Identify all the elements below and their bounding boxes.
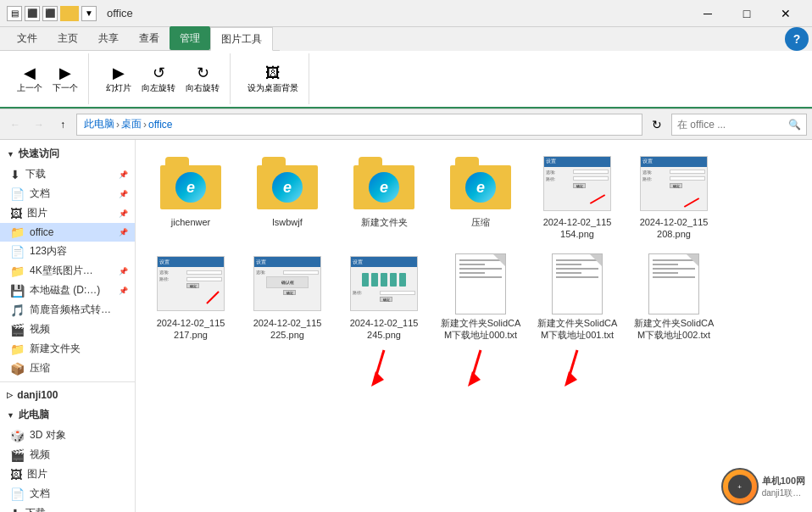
file-item-png-e[interactable]: 设置 路径: 确定 bbox=[337, 249, 431, 347]
sidebar-item-documents[interactable]: 📄 文档 bbox=[0, 484, 135, 504]
file-item-txt-002[interactable]: 新建文件夹SolidCAM下载地址002.txt bbox=[627, 249, 720, 347]
file-name-txt-000: 新建文件夹SolidCAM下载地址000.txt bbox=[439, 317, 522, 342]
path-desktop[interactable]: 桌面 bbox=[121, 117, 142, 131]
txt-icon-000 bbox=[455, 253, 506, 314]
red-arrow-001 bbox=[464, 346, 498, 388]
txt-icon-002 bbox=[648, 253, 699, 314]
sidebar-item-newfolder[interactable]: 📁 新建文件夹 bbox=[0, 339, 135, 359]
thispc-label: 此电脑 bbox=[19, 408, 49, 422]
file-item-lswbwjf[interactable]: e lswbwjf bbox=[241, 148, 334, 246]
txt-thumb-000 bbox=[447, 254, 514, 314]
pin-icon5: 📌 bbox=[119, 267, 128, 275]
file-item-png-c[interactable]: 设置 选项: 路径: 确定 2024-12-02_115217.png bbox=[144, 249, 237, 347]
tab-management[interactable]: 管理 bbox=[170, 26, 210, 50]
sidebar-item-docs[interactable]: 📄 文档 📌 bbox=[0, 184, 135, 203]
path-pc[interactable]: 此电脑 bbox=[84, 117, 114, 131]
this-pc-header[interactable]: ▼ 此电脑 bbox=[0, 404, 135, 426]
sidebar-item-audio[interactable]: 🎵 简鹿音频格式转… bbox=[0, 300, 135, 320]
path-office[interactable]: office bbox=[148, 119, 172, 131]
tab-file[interactable]: 文件 bbox=[7, 26, 47, 50]
png-thumb-e: 设置 路径: 确定 bbox=[350, 254, 418, 314]
sidebar-item-pics[interactable]: 🖼 图片 bbox=[0, 465, 135, 484]
file-item-jichenwer[interactable]: e jichenwer bbox=[144, 148, 237, 246]
sidebar-item-3d[interactable]: 🎲 3D 对象 bbox=[0, 426, 135, 445]
file-name-txt-002: 新建文件夹SolidCAM下载地址002.txt bbox=[632, 317, 715, 342]
ribbon-content: ◀上一个 ▶下一个 ▶幻灯片 ↺向左旋转 ↻向右旋转 🖼设为桌面背景 bbox=[0, 51, 812, 109]
dropdown-icon[interactable]: ▼ bbox=[81, 6, 97, 21]
sidebar-item-pictures[interactable]: 🖼 图片 📌 bbox=[0, 203, 135, 223]
sidebar-item-compress[interactable]: 📦 压缩 bbox=[0, 359, 135, 378]
file-item-png-a[interactable]: 设置 选项: 路径: 确定 2024-12-02_115154.png bbox=[531, 148, 624, 246]
danji100-header[interactable]: ▷ danji100 bbox=[0, 386, 135, 404]
folder-icon-jichenwer: e bbox=[160, 157, 221, 209]
tab-share[interactable]: 共享 bbox=[88, 26, 129, 50]
watermark-plus: + bbox=[737, 483, 742, 491]
file-item-compress[interactable]: e 压缩 bbox=[434, 148, 527, 246]
search-icon: 🔍 bbox=[788, 119, 801, 131]
sidebar-label-3d: 3D 对象 bbox=[30, 428, 66, 442]
documents-icon: 📄 bbox=[10, 487, 25, 501]
pin-icon: 📌 bbox=[119, 170, 128, 179]
svg-marker-3 bbox=[468, 371, 481, 387]
arrow-001 bbox=[434, 346, 527, 388]
pics-icon: 🖼 bbox=[10, 468, 22, 481]
pin-icon6: 📌 bbox=[119, 287, 128, 295]
ribbon-btn-rotate-right[interactable]: ↻向右旋转 bbox=[182, 62, 223, 96]
address-bar: ← → ↑ 此电脑 › 桌面 › office ↻ 🔍 bbox=[0, 109, 812, 140]
tab-picture-tools[interactable]: 图片工具 bbox=[210, 27, 273, 51]
file-name-lswbwjf: lswbwjf bbox=[272, 216, 302, 228]
file-area-wrapper: e jichenwer e bbox=[136, 140, 812, 512]
file-item-png-b[interactable]: 设置 选项: 路径: 确定 2024-12-02_115208.png bbox=[627, 148, 720, 246]
close-button[interactable]: ✕ bbox=[766, 0, 805, 27]
minimize-button[interactable]: ─ bbox=[688, 0, 727, 27]
sidebar-divider1 bbox=[0, 381, 135, 382]
file-item-newfolder[interactable]: e 新建文件夹 bbox=[337, 148, 431, 246]
ribbon-btn-rotate-left[interactable]: ↺向左旋转 bbox=[138, 62, 179, 96]
file-item-txt-000[interactable]: 新建文件夹SolidCAM下载地址000.txt bbox=[434, 249, 527, 347]
sidebar-item-download[interactable]: ⬇ 下载 📌 bbox=[0, 164, 135, 184]
search-input[interactable] bbox=[677, 119, 785, 131]
123-icon: 📄 bbox=[10, 245, 25, 259]
sidebar-item-office[interactable]: 📁 office 📌 bbox=[0, 223, 135, 242]
up-button[interactable]: ↑ bbox=[53, 114, 73, 135]
expand-icon3: ▼ bbox=[7, 411, 14, 420]
back-button[interactable]: ← bbox=[5, 114, 25, 135]
file-item-png-d[interactable]: 设置 选项: 确认框 确定 2024-12-02_115225.png bbox=[241, 249, 334, 347]
file-item-txt-001[interactable]: 新建文件夹SolidCAM下载地址001.txt bbox=[531, 249, 624, 347]
main-layout: ▼ 快速访问 ⬇ 下载 📌 📄 文档 📌 🖼 图片 📌 📁 office 📌 📄… bbox=[0, 140, 812, 512]
ribbon-btn-slideshow[interactable]: ▶幻灯片 bbox=[103, 62, 135, 96]
maximize-button[interactable]: □ bbox=[727, 0, 766, 27]
ribbon-group-set-bg: 🖼设为桌面背景 bbox=[237, 53, 309, 104]
downloads-icon: ⬇ bbox=[10, 507, 20, 513]
sidebar-item-videos[interactable]: 🎬 视频 bbox=[0, 445, 135, 465]
pictures-icon: 🖼 bbox=[10, 207, 22, 220]
4k-icon: 📁 bbox=[10, 264, 25, 278]
ribbon-btn-next[interactable]: ▶下一个 bbox=[49, 62, 81, 96]
help-button[interactable]: ? bbox=[785, 27, 809, 51]
folder-icon-lswbwjf: e bbox=[257, 157, 318, 209]
forward-button[interactable]: → bbox=[29, 114, 49, 135]
sep1: › bbox=[116, 119, 120, 131]
sidebar-item-123[interactable]: 📄 123内容 bbox=[0, 242, 135, 261]
address-path[interactable]: 此电脑 › 桌面 › office bbox=[76, 114, 642, 136]
folder-thumb-lswbwjf: e bbox=[253, 153, 321, 213]
sidebar-item-video[interactable]: 🎬 视频 bbox=[0, 320, 135, 339]
quick-access-header[interactable]: ▼ 快速访问 bbox=[0, 143, 135, 164]
window-icons: ▤ ⬛ ⬛ ▼ bbox=[7, 6, 97, 21]
file-name-jichenwer: jichenwer bbox=[171, 216, 210, 228]
pin-icon4: 📌 bbox=[119, 228, 128, 237]
png-preview-c: 设置 选项: 路径: 确定 bbox=[157, 256, 225, 311]
sidebar-item-4k[interactable]: 📁 4K壁纸图片… 📌 bbox=[0, 261, 135, 281]
ribbon-btn-set-bg[interactable]: 🖼设为桌面背景 bbox=[244, 62, 302, 96]
tab-view[interactable]: 查看 bbox=[129, 26, 170, 50]
local-disk-icon: 💾 bbox=[10, 284, 25, 298]
refresh-button[interactable]: ↻ bbox=[646, 114, 668, 136]
watermark-line1: 单机100网 bbox=[762, 475, 805, 487]
ribbon-btn-prev[interactable]: ◀上一个 bbox=[14, 62, 46, 96]
watermark: + 单机100网 danji1联… bbox=[721, 468, 805, 505]
folder-thumb-compress: e bbox=[447, 153, 514, 213]
sidebar-item-local-disk[interactable]: 💾 本地磁盘 (D:…) 📌 bbox=[0, 281, 135, 300]
arrow-annotations-row bbox=[136, 346, 812, 388]
tab-home[interactable]: 主页 bbox=[47, 26, 88, 50]
sidebar-item-downloads[interactable]: ⬇ 下载 bbox=[0, 504, 135, 512]
